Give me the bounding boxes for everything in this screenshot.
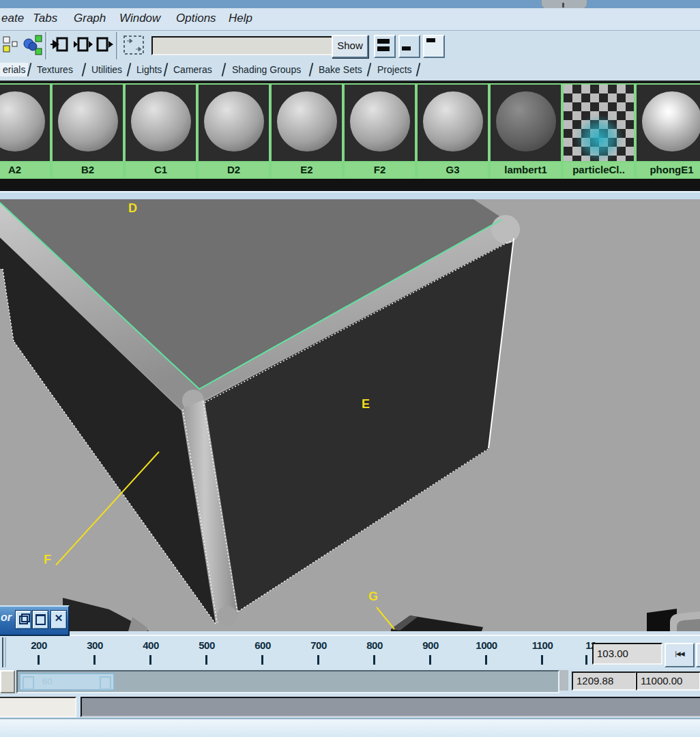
frame-tick: 700 <box>298 639 339 651</box>
material-sphere <box>204 91 264 151</box>
swatch-label: B2 <box>53 161 123 177</box>
swatch-label: D2 <box>199 161 269 177</box>
swatch-g3[interactable]: G3 <box>416 83 489 179</box>
frame-tick: 1000 <box>466 639 507 651</box>
tab-utilities[interactable]: Utilities <box>89 63 125 76</box>
rearrange-graph-icon[interactable] <box>123 35 146 59</box>
swatch-phonge1[interactable]: phongE1 <box>635 83 700 179</box>
filter-input[interactable] <box>151 36 334 55</box>
floating-window-titlebar[interactable]: or ✕ <box>0 605 70 636</box>
menu-help[interactable]: Help <box>229 12 252 25</box>
next-button-sliver[interactable] <box>696 643 700 667</box>
playhead-marker-shadow <box>5 637 6 667</box>
tab-divider <box>367 63 372 76</box>
material-sphere <box>277 91 337 151</box>
tick-mark <box>38 655 40 665</box>
restore-icon <box>19 616 28 624</box>
frame-tick: 800 <box>354 639 395 651</box>
tick-mark <box>205 655 207 665</box>
swatch-e2[interactable]: E2 <box>270 83 343 179</box>
tick-mark <box>93 655 96 665</box>
tab-shading-groups[interactable]: Shading Groups <box>229 63 304 76</box>
range-slider-bar[interactable]: 60 <box>19 673 115 691</box>
range-start-handle[interactable] <box>23 676 34 690</box>
shading-network-icon[interactable] <box>22 35 44 58</box>
swatch-c1[interactable]: C1 <box>124 83 197 179</box>
range-end-handle[interactable] <box>100 676 111 690</box>
material-sphere <box>350 91 410 151</box>
material-sphere <box>58 91 118 151</box>
swatch-d2[interactable]: D2 <box>197 83 270 179</box>
menu-graph[interactable]: Graph <box>74 12 106 25</box>
scene-canvas <box>0 199 700 631</box>
swatch-label: E2 <box>272 161 342 177</box>
swatch-a2[interactable]: A2 <box>0 83 51 179</box>
menu-window[interactable]: Window <box>119 12 160 25</box>
command-line-row <box>0 693 700 718</box>
tab-lights[interactable]: Lights <box>134 63 164 76</box>
tab-textures[interactable]: Textures <box>34 63 76 76</box>
frame-tick: 900 <box>410 639 451 651</box>
time-slider[interactable]: 200 300 400 500 600 700 800 900 1000 110… <box>0 635 700 670</box>
hypershade-tab-bar: erials Textures Utilities Lights Cameras… <box>0 60 700 82</box>
help-line <box>0 718 700 737</box>
toolbar-divider <box>45 32 47 59</box>
io-connections-icon[interactable] <box>72 35 94 58</box>
swatch-label: F2 <box>345 161 415 177</box>
menu-create[interactable]: eate <box>1 12 24 25</box>
tab-bake-sets[interactable]: Bake Sets <box>316 63 365 76</box>
tab-cameras[interactable]: Cameras <box>171 63 215 76</box>
tab-divider <box>309 63 314 76</box>
layout-top-icon[interactable] <box>423 35 445 58</box>
window-titlebar[interactable] <box>0 0 700 8</box>
tab-projects[interactable]: Projects <box>375 63 415 76</box>
tick-mark <box>373 655 375 665</box>
show-button[interactable]: Show <box>332 35 368 58</box>
output-connections-icon[interactable] <box>96 35 115 58</box>
material-sphere <box>0 91 45 151</box>
range-slider-track[interactable]: 60 <box>16 670 559 693</box>
toolbar-divider <box>116 32 118 59</box>
playback-end-field[interactable]: 1209.88 <box>572 671 637 691</box>
swatch-label: A2 <box>0 161 50 177</box>
maximize-icon <box>35 614 46 625</box>
restore-button[interactable] <box>15 610 31 629</box>
range-left-pane[interactable] <box>0 670 15 693</box>
tick-mark <box>317 655 319 665</box>
tab-divider <box>82 63 87 76</box>
swatch-label: particleCl.. <box>564 161 634 177</box>
viewport-3d[interactable]: D E F G <box>0 199 700 631</box>
tick-mark <box>585 655 587 665</box>
menu-tabs[interactable]: Tabs <box>33 12 57 25</box>
close-button[interactable]: ✕ <box>50 610 67 629</box>
material-sphere <box>496 91 556 151</box>
swatch-b2[interactable]: B2 <box>51 83 124 179</box>
menu-options[interactable]: Options <box>176 12 216 25</box>
tab-divider <box>222 63 227 76</box>
hypershade-toolbar: Show <box>0 30 700 61</box>
command-line-input[interactable] <box>0 697 76 717</box>
swatch-f2[interactable]: F2 <box>343 83 416 179</box>
maximize-button[interactable] <box>32 610 48 629</box>
particle-cloud-blob <box>575 115 623 162</box>
swatch-particlecloud[interactable]: particleCl.. <box>562 83 635 179</box>
swatch-lambert1[interactable]: lambert1 <box>489 83 562 179</box>
tab-divider <box>416 63 421 76</box>
annotation-d: D <box>128 201 137 216</box>
go-to-range-start-button[interactable]: |◀◀ <box>665 643 695 667</box>
playhead-marker[interactable] <box>2 637 3 667</box>
tick-mark <box>261 655 263 665</box>
layout-bottom-icon[interactable] <box>398 35 420 58</box>
layout-split-icon[interactable] <box>374 35 396 58</box>
current-time-field[interactable]: 103.00 <box>592 643 662 665</box>
material-sphere <box>642 91 700 151</box>
annotation-f: F <box>44 553 51 567</box>
animation-end-field[interactable]: 11000.00 <box>636 671 700 691</box>
menu-bar: eate Tabs Graph Window Options Help <box>0 8 700 30</box>
range-splitter[interactable] <box>559 670 568 691</box>
material-sphere <box>423 91 483 151</box>
tab-materials[interactable]: erials <box>0 63 28 76</box>
create-bins-icon[interactable] <box>2 35 20 58</box>
frame-tick: 500 <box>186 639 227 651</box>
input-connections-icon[interactable] <box>50 35 70 58</box>
